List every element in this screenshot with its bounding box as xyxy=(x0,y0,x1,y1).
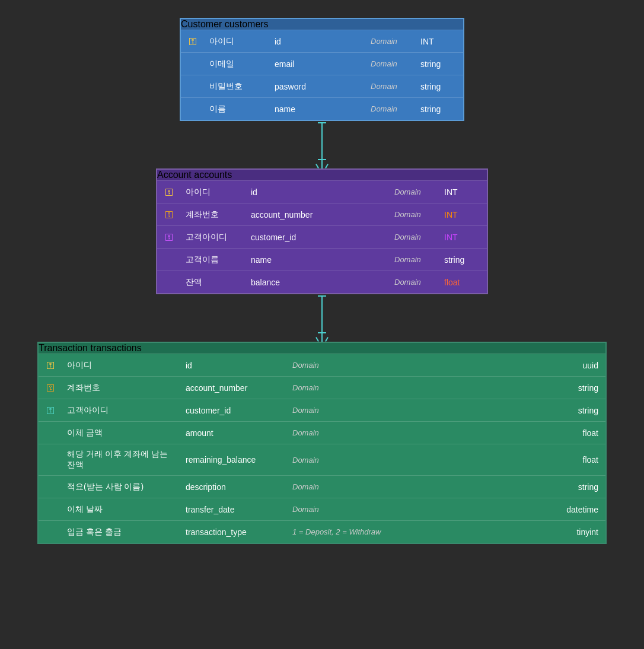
table-row: 이메일 email Domain string xyxy=(181,52,463,75)
field-type: string xyxy=(416,101,463,117)
field-domain: Domain xyxy=(368,101,416,117)
field-name: transfer_date xyxy=(181,500,288,519)
transaction-table: Transaction transactions ⚿ 아이디 id Domain… xyxy=(37,342,607,544)
field-type: float xyxy=(546,450,605,469)
field-korean: 이름 xyxy=(205,100,270,118)
key-icon: ⚿ xyxy=(165,209,174,219)
field-name: pasword xyxy=(270,78,368,95)
field-korean: 아이디 xyxy=(62,355,181,376)
customer-db-name: customers xyxy=(225,19,269,29)
field-domain: Domain xyxy=(288,478,546,496)
field-name: id xyxy=(270,33,368,50)
account-table: Account accounts ⚿ 아이디 id Domain INT ⚿ 계… xyxy=(156,168,488,294)
account-table-body: ⚿ 아이디 id Domain INT ⚿ 계좌번호 account_numbe… xyxy=(157,180,487,293)
field-name: remaining_balance xyxy=(181,450,288,469)
field-domain: Domain xyxy=(368,56,416,72)
key-icon: ⚿ xyxy=(46,360,55,370)
field-type: string xyxy=(546,378,605,397)
field-domain: Domain xyxy=(368,33,416,49)
key-icon-cell: ⚿ xyxy=(181,36,205,46)
field-type: tinyint xyxy=(546,523,605,542)
field-name: amount xyxy=(181,424,288,443)
table-row: 이체 금액 amount Domain float xyxy=(39,421,605,444)
customer-table-header: Customer customers xyxy=(181,19,463,30)
field-type: string xyxy=(439,252,487,268)
field-type: INT xyxy=(416,33,463,50)
table-row: ⚿ 고객아이디 customer_id Domain string xyxy=(39,399,605,421)
field-korean: 고객아이디 xyxy=(181,228,246,246)
field-name: email xyxy=(270,56,368,72)
transaction-db-name: transactions xyxy=(90,343,141,353)
field-domain: Domain xyxy=(392,206,439,222)
field-korean: 이체 날짜 xyxy=(62,500,181,520)
field-type: INT xyxy=(439,229,487,246)
transaction-table-header: Transaction transactions xyxy=(39,343,605,354)
customer-table-body: ⚿ 아이디 id Domain INT 이메일 email Domain str… xyxy=(181,30,463,120)
field-korean: 비밀번호 xyxy=(205,78,270,96)
field-domain: Domain xyxy=(288,378,546,397)
field-domain: Domain xyxy=(288,451,546,469)
field-type: string xyxy=(416,78,463,95)
key-icon: ⚿ xyxy=(165,187,174,197)
field-domain: Domain xyxy=(392,274,439,290)
transaction-table-body: ⚿ 아이디 id Domain uuid ⚿ 계좌번호 account_numb… xyxy=(39,354,605,543)
account-table-header: Account accounts xyxy=(157,170,487,180)
key-icon-cell: ⚿ xyxy=(157,232,181,242)
key-icon-cell: ⚿ xyxy=(157,187,181,197)
field-name: account_number xyxy=(181,378,288,397)
field-name: customer_id xyxy=(246,229,392,246)
field-type: datetime xyxy=(546,500,605,519)
field-name: id xyxy=(181,356,288,375)
field-name: id xyxy=(246,184,392,201)
field-type: string xyxy=(416,56,463,72)
key-icon-cell: ⚿ xyxy=(39,360,62,370)
field-korean: 고객아이디 xyxy=(62,400,181,421)
field-type: INT xyxy=(439,206,487,223)
key-icon: ⚿ xyxy=(189,36,197,46)
customer-class-name: Customer xyxy=(181,19,222,29)
field-domain: Domain xyxy=(288,401,546,419)
connector-fork-bottom xyxy=(317,337,327,342)
field-korean: 해당 거래 이후 계좌에 남는 잔액 xyxy=(62,444,181,475)
connector-line xyxy=(321,123,323,159)
field-domain: Domain xyxy=(368,78,416,94)
field-korean: 입금 혹은 출금 xyxy=(62,522,181,542)
field-name: account_number xyxy=(246,206,392,223)
field-domain: Domain xyxy=(288,424,546,442)
connector-1 xyxy=(316,121,328,168)
connector-line xyxy=(321,297,323,332)
table-row: ⚿ 계좌번호 account_number Domain string xyxy=(39,376,605,399)
table-row: ⚿ 아이디 id Domain INT xyxy=(157,180,487,203)
field-korean: 이메일 xyxy=(205,55,270,73)
table-row: 적요(받는 사람 이름) description Domain string xyxy=(39,475,605,498)
field-name: transaction_type xyxy=(181,523,288,542)
field-korean: 고객이름 xyxy=(181,251,246,269)
field-type: float xyxy=(439,274,487,291)
field-type: INT xyxy=(439,184,487,201)
diagram-container: Customer customers ⚿ 아이디 id Domain INT 이… xyxy=(12,18,632,544)
key-icon: ⚿ xyxy=(46,405,55,415)
field-domain: Domain xyxy=(288,500,546,518)
field-korean: 이체 금액 xyxy=(62,423,181,443)
field-name: customer_id xyxy=(181,401,288,420)
field-type: uuid xyxy=(546,356,605,375)
key-icon-cell: ⚿ xyxy=(157,209,181,219)
table-row: ⚿ 아이디 id Domain uuid xyxy=(39,354,605,376)
table-row: 비밀번호 pasword Domain string xyxy=(181,75,463,97)
key-icon-cell: ⚿ xyxy=(39,383,62,393)
connector-fork-bottom xyxy=(317,164,327,168)
field-korean: 계좌번호 xyxy=(62,378,181,398)
field-name: name xyxy=(246,252,392,268)
field-korean: 아이디 xyxy=(205,33,270,50)
table-row: 고객이름 name Domain string xyxy=(157,248,487,271)
account-class-name: Account xyxy=(157,170,192,180)
field-type: float xyxy=(546,424,605,443)
customer-table: Customer customers ⚿ 아이디 id Domain INT 이… xyxy=(180,18,464,121)
table-row: ⚿ 계좌번호 account_number Domain INT xyxy=(157,203,487,225)
account-db-name: accounts xyxy=(194,170,232,180)
key-icon-cell: ⚿ xyxy=(39,405,62,415)
field-domain: Domain xyxy=(392,229,439,245)
table-row: 이름 name Domain string xyxy=(181,97,463,120)
table-row: ⚿ 아이디 id Domain INT xyxy=(181,30,463,52)
field-domain: 1 = Deposit, 2 = Withdraw xyxy=(288,523,546,541)
